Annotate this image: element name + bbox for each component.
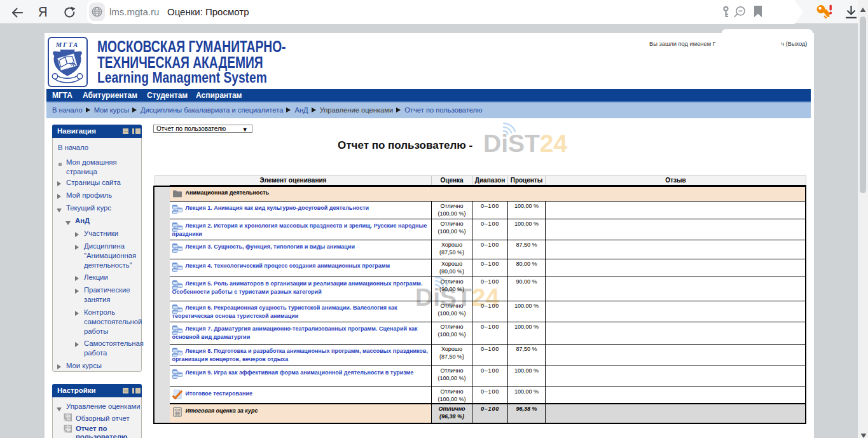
svg-text:МГТА: МГТА	[55, 41, 79, 48]
